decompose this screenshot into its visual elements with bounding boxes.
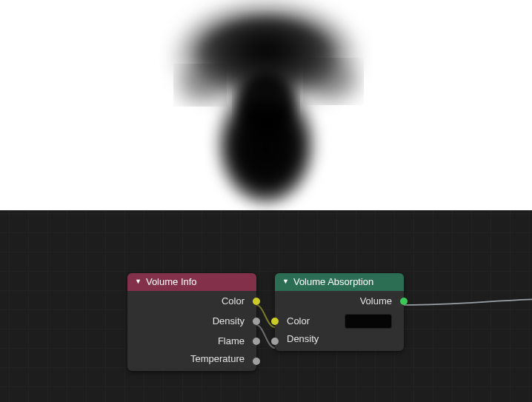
svg-point-3 [308,62,359,101]
node-volume-absorption[interactable]: ▼ Volume Absorption Volume Color Density [275,273,404,351]
socket-label: Color [287,315,310,326]
socket-icon[interactable] [253,298,260,305]
input-socket-density[interactable]: Density [275,331,404,351]
socket-icon[interactable] [253,318,260,325]
node-editor[interactable]: ▼ Volume Info Color Density Flame Temper… [0,210,532,402]
socket-label: Flame [218,335,245,346]
output-socket-color[interactable]: Color [127,291,256,311]
socket-icon[interactable] [253,338,260,345]
socket-label: Temperature [190,353,245,364]
viewport-3d[interactable] [0,0,532,210]
node-header[interactable]: ▼ Volume Absorption [275,273,404,291]
output-socket-density[interactable]: Density [127,311,256,331]
node-title: Volume Absorption [293,273,373,291]
socket-icon[interactable] [253,358,260,365]
socket-label: Density [287,333,319,344]
collapse-triangle-icon[interactable]: ▼ [135,272,142,290]
socket-label: Color [222,295,245,306]
svg-point-6 [238,73,294,135]
rendered-smoke-preview [0,0,532,210]
node-volume-info[interactable]: ▼ Volume Info Color Density Flame Temper… [127,273,256,371]
output-socket-flame[interactable]: Flame [127,331,256,351]
node-header[interactable]: ▼ Volume Info [127,273,256,291]
socket-label: Volume [360,295,392,306]
socket-icon[interactable] [271,318,279,325]
collapse-triangle-icon[interactable]: ▼ [282,272,289,290]
node-editor-grid [0,210,532,402]
output-socket-temperature[interactable]: Temperature [127,351,256,371]
color-swatch[interactable] [345,314,392,329]
svg-point-2 [178,67,222,103]
socket-icon[interactable] [271,338,279,345]
node-title: Volume Info [146,273,197,291]
input-socket-color[interactable]: Color [275,311,404,331]
output-socket-volume[interactable]: Volume [275,291,404,311]
socket-icon[interactable] [400,298,408,305]
socket-label: Density [213,315,245,326]
